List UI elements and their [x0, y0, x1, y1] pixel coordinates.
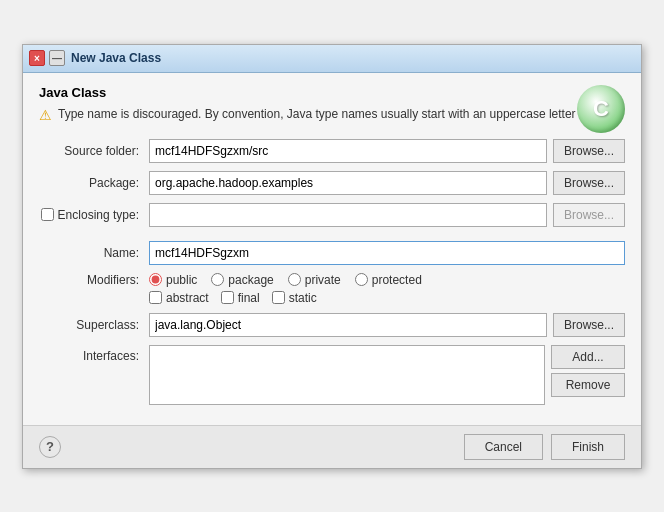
- modifier-public-radio[interactable]: [149, 273, 162, 286]
- modifier-final-label[interactable]: final: [221, 291, 260, 305]
- bottom-buttons: Cancel Finish: [464, 434, 625, 460]
- modifier-abstract-text: abstract: [166, 291, 209, 305]
- interfaces-label: Interfaces:: [39, 345, 149, 363]
- modifier-static-checkbox[interactable]: [272, 291, 285, 304]
- modifiers-label: Modifiers:: [39, 273, 149, 287]
- new-java-class-dialog: × — New Java Class Java Class ⚠ Type nam…: [22, 44, 642, 469]
- package-field: Browse...: [149, 171, 625, 195]
- header-row: Java Class ⚠ Type name is discouraged. B…: [39, 85, 625, 135]
- modifier-package-radio[interactable]: [211, 273, 224, 286]
- enclosing-type-input[interactable]: [149, 203, 547, 227]
- dialog-title: New Java Class: [71, 51, 635, 65]
- help-button[interactable]: ?: [39, 436, 61, 458]
- package-label: Package:: [39, 176, 149, 190]
- modifier-final-text: final: [238, 291, 260, 305]
- modifier-private-label[interactable]: private: [288, 273, 341, 287]
- enclosing-type-row: Enclosing type: Browse...: [39, 203, 625, 227]
- modifier-public-label[interactable]: public: [149, 273, 197, 287]
- source-folder-browse-button[interactable]: Browse...: [553, 139, 625, 163]
- bottom-bar: ? Cancel Finish: [23, 425, 641, 468]
- title-bar: × — New Java Class: [23, 45, 641, 73]
- modifier-abstract-label[interactable]: abstract: [149, 291, 209, 305]
- modifier-protected-radio[interactable]: [355, 273, 368, 286]
- source-folder-label: Source folder:: [39, 144, 149, 158]
- source-folder-field: Browse...: [149, 139, 625, 163]
- modifiers-content: public package private protected: [149, 273, 422, 305]
- superclass-browse-button[interactable]: Browse...: [553, 313, 625, 337]
- header-left: Java Class ⚠ Type name is discouraged. B…: [39, 85, 576, 135]
- name-row: Name:: [39, 241, 625, 265]
- superclass-label: Superclass:: [39, 318, 149, 332]
- modifier-private-radio[interactable]: [288, 273, 301, 286]
- cancel-button[interactable]: Cancel: [464, 434, 543, 460]
- interfaces-field: Add... Remove: [149, 345, 625, 405]
- enclosing-type-browse-button[interactable]: Browse...: [553, 203, 625, 227]
- package-browse-button[interactable]: Browse...: [553, 171, 625, 195]
- enclosing-type-checkbox[interactable]: [41, 208, 54, 221]
- modifier-static-text: static: [289, 291, 317, 305]
- window-controls: × —: [29, 50, 65, 66]
- modifier-protected-text: protected: [372, 273, 422, 287]
- source-folder-row: Source folder: Browse...: [39, 139, 625, 163]
- close-button[interactable]: ×: [29, 50, 45, 66]
- interfaces-remove-button[interactable]: Remove: [551, 373, 625, 397]
- modifier-public-text: public: [166, 273, 197, 287]
- enclosing-type-field: Browse...: [149, 203, 625, 227]
- dialog-content: Java Class ⚠ Type name is discouraged. B…: [23, 73, 641, 425]
- interfaces-row: Interfaces: Add... Remove: [39, 345, 625, 405]
- warning-box: ⚠ Type name is discouraged. By conventio…: [39, 106, 576, 123]
- modifier-private-text: private: [305, 273, 341, 287]
- modifier-package-text: package: [228, 273, 273, 287]
- interfaces-buttons: Add... Remove: [551, 345, 625, 405]
- name-field: [149, 241, 625, 265]
- modifiers-checkbox-group: abstract final static: [149, 291, 422, 305]
- superclass-field: Browse...: [149, 313, 625, 337]
- warning-icon: ⚠: [39, 107, 52, 123]
- superclass-input[interactable]: [149, 313, 547, 337]
- section-title: Java Class: [39, 85, 576, 100]
- modifier-package-label[interactable]: package: [211, 273, 273, 287]
- modifier-protected-label[interactable]: protected: [355, 273, 422, 287]
- minimize-button[interactable]: —: [49, 50, 65, 66]
- package-input[interactable]: [149, 171, 547, 195]
- modifiers-radio-group: public package private protected: [149, 273, 422, 287]
- modifier-final-checkbox[interactable]: [221, 291, 234, 304]
- enclosing-type-checkbox-label[interactable]: Enclosing type:: [41, 208, 139, 222]
- enclosing-type-label-text: Enclosing type:: [58, 208, 139, 222]
- interfaces-add-button[interactable]: Add...: [551, 345, 625, 369]
- modifier-abstract-checkbox[interactable]: [149, 291, 162, 304]
- name-label: Name:: [39, 246, 149, 260]
- superclass-row: Superclass: Browse...: [39, 313, 625, 337]
- interfaces-textarea[interactable]: [149, 345, 545, 405]
- package-row: Package: Browse...: [39, 171, 625, 195]
- warning-text: Type name is discouraged. By convention,…: [58, 106, 576, 123]
- finish-button[interactable]: Finish: [551, 434, 625, 460]
- name-input[interactable]: [149, 241, 625, 265]
- source-folder-input[interactable]: [149, 139, 547, 163]
- modifier-static-label[interactable]: static: [272, 291, 317, 305]
- modifiers-row: Modifiers: public package private: [39, 273, 625, 305]
- java-icon: C: [577, 85, 625, 133]
